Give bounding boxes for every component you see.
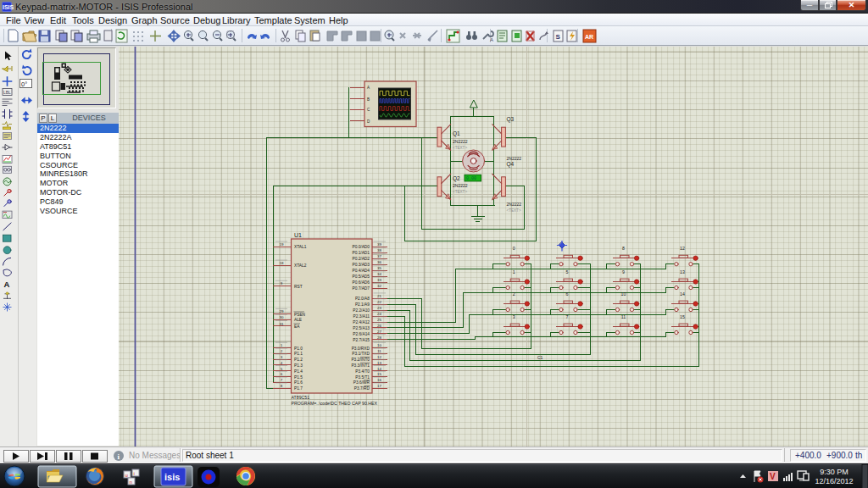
svg-text:4: 4: [281, 361, 283, 365]
svg-text:A: A: [367, 86, 370, 90]
svg-text:AR: AR: [585, 34, 593, 40]
svg-text:P2.5/A13: P2.5/A13: [353, 326, 370, 330]
svg-text:P3.3/INT1: P3.3/INT1: [351, 363, 370, 368]
svg-text:RST: RST: [294, 285, 303, 289]
svg-text:12: 12: [680, 246, 685, 251]
svg-text:25: 25: [377, 318, 381, 322]
svg-text:n: n: [130, 480, 132, 485]
svg-text:26: 26: [377, 324, 381, 328]
svg-text:10: 10: [377, 343, 381, 347]
svg-text:35: 35: [377, 266, 381, 270]
svg-text:7: 7: [281, 378, 283, 382]
svg-text:P1.6: P1.6: [294, 380, 303, 385]
svg-text:XTAL1: XTAL1: [294, 245, 307, 249]
svg-text:P3.7/RD: P3.7/RD: [354, 386, 370, 391]
svg-text:1: 1: [281, 343, 283, 347]
svg-text:<TEXT>: <TEXT>: [453, 146, 467, 150]
svg-text:P2.4/A12: P2.4/A12: [353, 320, 370, 324]
svg-text:PSEN: PSEN: [294, 313, 306, 317]
svg-text:38: 38: [377, 248, 381, 252]
svg-text:<TEXT>: <TEXT>: [507, 208, 521, 213]
svg-text:5: 5: [281, 367, 283, 371]
svg-text:B: B: [367, 97, 370, 102]
svg-text:P0.5/AD5: P0.5/AD5: [352, 274, 370, 279]
svg-text:A: A: [4, 280, 10, 289]
svg-text:32: 32: [377, 284, 381, 288]
svg-text:1: 1: [513, 269, 515, 274]
svg-text:37: 37: [377, 254, 381, 258]
svg-text:31: 31: [280, 322, 284, 326]
svg-text:14: 14: [377, 367, 381, 371]
svg-text:6: 6: [281, 372, 283, 376]
svg-text:P0.4/AD4: P0.4/AD4: [352, 269, 370, 273]
svg-text:33: 33: [377, 278, 381, 282]
svg-text:21: 21: [377, 294, 381, 298]
svg-text:9: 9: [622, 269, 625, 274]
svg-text:P3.6/WR: P3.6/WR: [353, 380, 370, 385]
svg-text:27: 27: [377, 330, 381, 334]
svg-text:39: 39: [377, 242, 381, 247]
svg-text:29: 29: [280, 309, 284, 313]
svg-text:P3.1/TXD: P3.1/TXD: [352, 352, 370, 356]
svg-text:P1.7: P1.7: [294, 386, 303, 391]
svg-text:C1: C1: [537, 355, 543, 360]
svg-text:P1.0: P1.0: [294, 347, 303, 351]
svg-text:u: u: [125, 473, 128, 478]
svg-text:P2.1/A9: P2.1/A9: [355, 302, 370, 307]
svg-text:13: 13: [680, 269, 685, 274]
svg-text:2N2222: 2N2222: [453, 139, 468, 144]
svg-text:Q1: Q1: [453, 130, 460, 137]
svg-text:S: S: [556, 33, 561, 41]
svg-text:<TEXT>: <TEXT>: [453, 190, 467, 194]
svg-text:0: 0: [513, 246, 515, 251]
svg-text:Q2: Q2: [453, 175, 460, 182]
svg-text:34: 34: [377, 272, 381, 276]
svg-text:2N2222: 2N2222: [507, 202, 522, 207]
svg-text:2N2222: 2N2222: [507, 156, 522, 161]
svg-text:i: i: [134, 471, 135, 476]
svg-text:P3.0/RXD: P3.0/RXD: [352, 347, 370, 351]
svg-text:23: 23: [377, 306, 381, 310]
svg-text:P2.3/A11: P2.3/A11: [353, 314, 370, 319]
svg-text:2: 2: [513, 291, 515, 297]
svg-text:P2.7/A15: P2.7/A15: [353, 338, 370, 342]
svg-text:9: 9: [281, 281, 283, 286]
svg-text:P1.1: P1.1: [294, 352, 303, 356]
svg-text:P0.3/AD3: P0.3/AD3: [352, 263, 370, 267]
svg-text:22: 22: [377, 300, 381, 304]
svg-text:P3.4/T0: P3.4/T0: [355, 369, 370, 374]
svg-text:17: 17: [377, 384, 381, 388]
svg-text:ALE: ALE: [294, 318, 302, 322]
svg-text:19: 19: [280, 242, 284, 247]
svg-text:16: 16: [377, 378, 381, 382]
svg-text:0°: 0°: [21, 80, 27, 88]
svg-text:8: 8: [622, 246, 625, 251]
svg-text:P0.2/AD2: P0.2/AD2: [352, 257, 370, 261]
svg-text:P1.2: P1.2: [294, 358, 303, 362]
svg-text:2N2222: 2N2222: [453, 183, 468, 188]
svg-text:Q3: Q3: [507, 116, 515, 123]
svg-text:XTAL2: XTAL2: [294, 263, 307, 268]
svg-text:10: 10: [621, 291, 626, 297]
svg-text:14: 14: [680, 291, 685, 297]
svg-text:18: 18: [280, 261, 284, 265]
svg-text:P1.3: P1.3: [294, 363, 303, 368]
svg-text:36: 36: [377, 260, 381, 264]
svg-text:11: 11: [621, 314, 626, 319]
svg-text:U1: U1: [294, 232, 302, 238]
svg-text:P2.2/A10: P2.2/A10: [353, 308, 370, 313]
svg-text:12: 12: [377, 355, 381, 359]
svg-text:13: 13: [377, 361, 381, 365]
svg-text:3: 3: [513, 314, 515, 319]
svg-text:3: 3: [281, 355, 283, 359]
svg-text:V: V: [770, 472, 776, 481]
svg-text:EA: EA: [294, 324, 300, 329]
svg-text:P0.7/AD7: P0.7/AD7: [352, 286, 370, 291]
svg-text:15: 15: [680, 314, 685, 319]
svg-text:P3.2/INT0: P3.2/INT0: [351, 358, 370, 362]
svg-text:LBL: LBL: [3, 90, 11, 95]
svg-text:11: 11: [377, 349, 381, 353]
svg-text:6: 6: [566, 291, 569, 297]
svg-text:P3.5/T1: P3.5/T1: [355, 375, 370, 380]
svg-text:P0.6/AD6: P0.6/AD6: [352, 280, 370, 285]
